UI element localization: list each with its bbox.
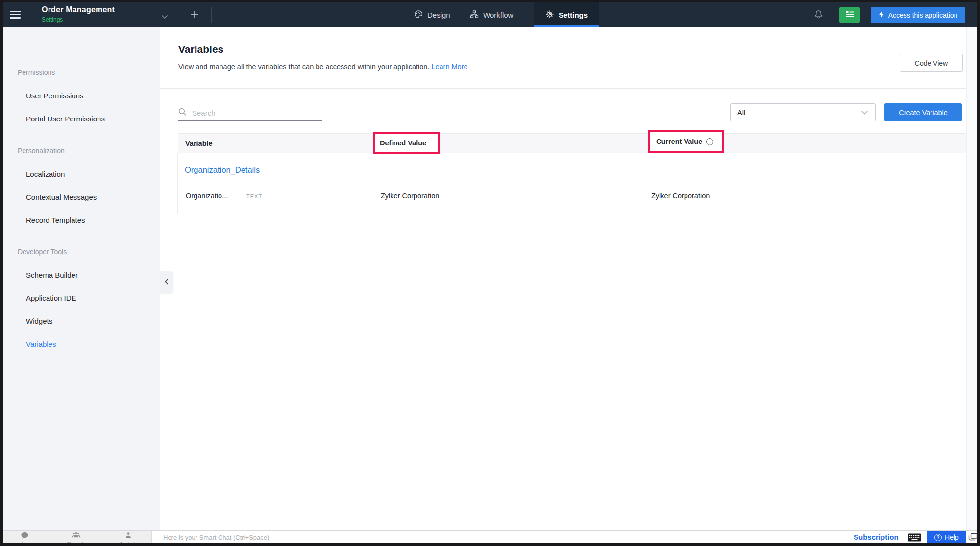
chats-button[interactable]: Chats: [7, 532, 42, 543]
sidebar-item-schema-builder[interactable]: Schema Builder: [26, 271, 78, 279]
right-edge-strip: [966, 27, 977, 543]
screenshot-frame: [0, 543, 980, 546]
app-title: Order Management: [42, 5, 115, 14]
topbar-divider: [211, 7, 212, 23]
page-description-text: View and manage all the variables that c…: [178, 63, 429, 71]
sidebar-section-developer-tools: Developer Tools: [18, 248, 67, 256]
sidebar-collapse-button[interactable]: [160, 271, 173, 293]
variables-table-header: Variable: [178, 133, 966, 153]
annotation-box-current-value: Current Value i: [648, 130, 724, 153]
variables-panel: Variables View and manage all the variab…: [160, 27, 966, 530]
tab-settings[interactable]: Settings: [534, 2, 599, 27]
create-variable-button[interactable]: Create Variable: [884, 103, 962, 121]
screenshot-frame: [977, 0, 980, 546]
sidebar-item-variables[interactable]: Variables: [26, 340, 56, 348]
sidebar-item-portal-user-permissions[interactable]: Portal User Permissions: [26, 115, 105, 123]
learn-more-link[interactable]: Learn More: [431, 63, 467, 71]
variable-type-badge: TEXT: [246, 193, 262, 199]
notifications-bell-icon[interactable]: [813, 9, 824, 22]
tab-workflow-label: Workflow: [483, 11, 513, 19]
access-application-label: Access this application: [888, 11, 958, 19]
annotation-box-defined-value: Defined Value: [373, 132, 440, 154]
app-switcher-chevron-icon[interactable]: [161, 12, 168, 21]
channels-button[interactable]: Channels: [59, 532, 93, 543]
tab-design[interactable]: Design: [414, 2, 450, 27]
lightning-icon: [879, 11, 884, 20]
filter-select-value: All: [737, 109, 745, 117]
sidebar-section-personalization: Personalization: [18, 147, 65, 155]
smart-chat-input[interactable]: [163, 531, 604, 543]
search-icon: [178, 108, 187, 118]
windows-stack-icon[interactable]: [968, 533, 977, 543]
variable-current-value: Zylker Corporation: [651, 192, 710, 200]
chevron-left-icon: [164, 278, 169, 287]
chat-shortcuts-section: Chats Channels Contacts: [3, 531, 152, 543]
code-view-button[interactable]: Code View: [900, 54, 963, 72]
chat-bubble-icon: [21, 532, 29, 541]
smart-chat-section: [152, 531, 977, 543]
bottom-chat-bar: Chats Channels Contacts Subscription: [3, 530, 977, 543]
workflow-sitemap-icon: [470, 10, 479, 20]
access-application-button[interactable]: Access this application: [871, 7, 965, 23]
settings-gear-icon: [545, 10, 554, 20]
sidebar-item-record-templates[interactable]: Record Templates: [26, 216, 85, 224]
filter-select[interactable]: All: [730, 103, 876, 121]
column-header-current-value: Current Value: [656, 138, 702, 145]
help-button[interactable]: ? Help: [927, 531, 966, 543]
app-list-icon: [845, 10, 855, 20]
tab-design-label: Design: [427, 11, 450, 19]
sidebar-section-permissions: Permissions: [18, 69, 55, 76]
keyboard-shortcuts-icon[interactable]: [908, 533, 921, 543]
column-header-variable: Variable: [185, 134, 213, 154]
add-application-button[interactable]: [184, 7, 205, 23]
sidebar-item-localization[interactable]: Localization: [26, 170, 65, 178]
variable-defined-value: Zylker Corporation: [381, 192, 439, 200]
subscription-link[interactable]: Subscription: [854, 533, 899, 541]
chevron-down-icon: [861, 109, 868, 117]
current-value-info-icon[interactable]: i: [706, 138, 713, 145]
person-icon: [125, 532, 132, 541]
sidebar-item-application-ide[interactable]: Application IDE: [26, 294, 76, 302]
sidebar-item-user-permissions[interactable]: User Permissions: [26, 92, 84, 100]
topbar-divider: [180, 7, 180, 23]
tab-settings-label: Settings: [559, 11, 588, 19]
variable-row-name: Organizatio...: [186, 192, 228, 200]
sidebar-item-widgets[interactable]: Widgets: [26, 317, 52, 325]
help-question-icon: ?: [934, 534, 942, 541]
variables-search: [178, 105, 322, 121]
design-palette-icon: [414, 10, 423, 20]
header-divider: [160, 88, 966, 89]
variable-group-name-link[interactable]: Organization_Details: [185, 166, 260, 175]
app-list-button[interactable]: [839, 7, 860, 23]
app-subtitle: Settings: [42, 16, 63, 23]
page-title: Variables: [178, 44, 223, 55]
screen: Order Management Settings Design Workflo…: [0, 0, 980, 546]
variable-group: Organization_Details Organizatio... TEXT…: [177, 153, 966, 214]
tab-workflow[interactable]: Workflow: [470, 2, 513, 27]
topbar: Order Management Settings Design Workflo…: [3, 2, 977, 27]
help-label: Help: [945, 533, 959, 541]
contacts-button[interactable]: Contacts: [111, 532, 146, 543]
people-group-icon: [72, 532, 81, 541]
sidebar-item-contextual-messages[interactable]: Contextual Messages: [26, 193, 97, 201]
page-description: View and manage all the variables that c…: [178, 63, 468, 71]
screenshot-frame: [0, 0, 980, 2]
hamburger-menu-icon[interactable]: [10, 9, 27, 21]
screenshot-frame: [0, 0, 3, 546]
column-header-defined-value: Defined Value: [380, 139, 426, 147]
search-input[interactable]: [192, 109, 310, 117]
settings-sidebar: Permissions User Permissions Portal User…: [3, 27, 160, 530]
